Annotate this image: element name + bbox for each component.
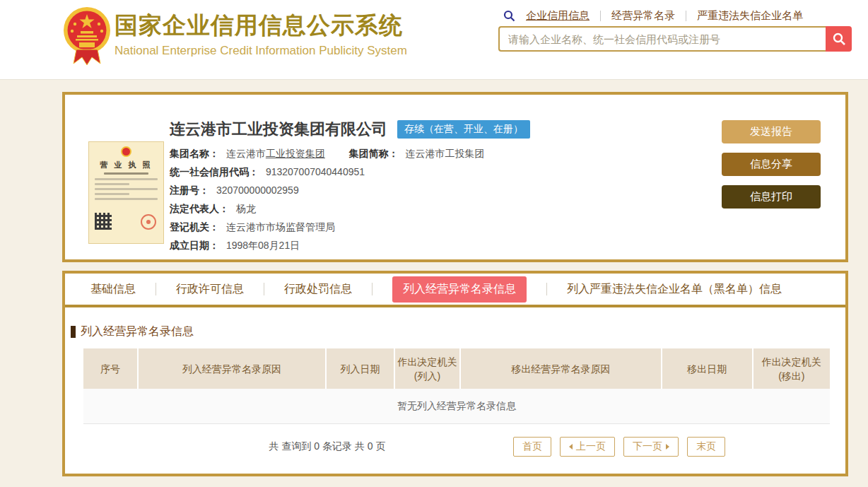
business-license-thumbnail[interactable]: 营 业 执 照 [88, 141, 164, 244]
print-info-button[interactable]: 信息打印 [722, 185, 821, 209]
reg-no-label: 注册号： [170, 184, 209, 196]
col-header-text: 列入经营异常名录原因 [182, 362, 281, 376]
status-badge: 存续（在营、开业、在册） [397, 120, 530, 139]
next-page-button[interactable]: 下一页 [623, 437, 679, 457]
col-header-text: 移出经营异常名录原因 [511, 362, 610, 376]
pagination: 共 查询到 0 条记录 共 0 页 首页 上一页 下一页 末页 [83, 437, 830, 458]
license-decor-line [95, 188, 158, 190]
national-emblem-icon [62, 4, 112, 66]
company-header: 连云港市工业投资集团有限公司 存续（在营、开业、在册） [170, 119, 530, 140]
group-name-label: 集团名称： [170, 148, 219, 159]
col-header-removal-authority: 作出决定机关 (移出) [753, 348, 830, 389]
site-subtitle: National Enterprise Credit Information P… [115, 44, 407, 58]
tab-basic-info[interactable]: 基础信息 [90, 282, 136, 297]
nav-divider [686, 11, 686, 21]
col-header-text: 序号 [100, 362, 120, 376]
table-empty-state: 暂无列入经营异常名录信息 [83, 389, 830, 424]
col-header-text: (列入) [414, 369, 440, 383]
search-box [498, 26, 852, 52]
tab-bar: 基础信息 行政许可信息 行政处罚信息 列入经营异常名录信息 列入严重违法失信企业… [65, 274, 845, 307]
search-button[interactable] [826, 26, 852, 52]
field-row-reg-no: 注册号： 320700000002959 [170, 181, 485, 199]
tab-divider [264, 283, 264, 295]
license-red-seal-icon [141, 214, 156, 230]
license-decor-line [95, 178, 158, 180]
action-buttons: 发送报告 信息分享 信息打印 [722, 120, 821, 218]
tab-divider [372, 283, 373, 295]
license-emblem-icon [121, 146, 131, 157]
license-decor-line [95, 198, 158, 200]
company-info-card: 营 业 执 照 连云港市工业投资集团有限公司 存续（在营、开业、在册） 集团名称… [62, 92, 848, 262]
section-title-row: 列入经营异常名录信息 [71, 324, 845, 339]
site-title: 国家企业信用信息公示系统 [115, 10, 407, 42]
legal-rep-label: 法定代表人： [170, 203, 229, 214]
last-page-label: 末页 [696, 440, 716, 453]
next-page-label: 下一页 [633, 440, 662, 453]
col-header-listing-authority: 作出决定机关 (列入) [395, 348, 459, 389]
first-page-label: 首页 [522, 440, 542, 453]
tab-divider [156, 283, 156, 295]
page: 国家企业信用信息公示系统 National Enterprise Credit … [0, 0, 868, 487]
pagination-summary: 共 查询到 0 条记录 共 0 页 [83, 440, 571, 453]
table-header-row: 序号 列入经营异常名录原因 列入日期 作出决定机关 (列入) 移出经营异常名录原… [83, 348, 830, 389]
col-header-listing-date: 列入日期 [327, 348, 394, 389]
send-report-button[interactable]: 发送报告 [722, 120, 821, 143]
field-row-authority: 登记机关： 连云港市市场监督管理局 [170, 218, 485, 236]
group-name-value: 连云港市工业投资集团 [226, 148, 325, 159]
tab-divider [546, 283, 547, 295]
group-name-prefix: 连云港市 [226, 148, 266, 159]
field-row-est-date: 成立日期： 1998年08月21日 [170, 236, 485, 254]
tab-abnormal-list[interactable]: 列入经营异常名录信息 [392, 276, 527, 303]
tab-admin-license[interactable]: 行政许可信息 [176, 282, 244, 297]
share-info-button[interactable]: 信息分享 [722, 153, 821, 176]
license-decor-line [95, 193, 129, 195]
field-row-legal-rep: 法定代表人： 杨龙 [170, 199, 485, 218]
license-decor-line [104, 172, 148, 175]
search-icon [503, 10, 515, 22]
site-title-block: 国家企业信用信息公示系统 National Enterprise Credit … [115, 10, 407, 58]
license-qr-code [95, 213, 112, 230]
group-name-link[interactable]: 工业投资集团 [266, 148, 325, 159]
col-header-listing-reason: 列入经营异常名录原因 [139, 348, 325, 389]
credit-code-value: 913207007040440951 [266, 166, 365, 177]
next-arrow-icon [666, 444, 669, 450]
nav-divider [600, 11, 601, 21]
section-title: 列入经营异常名录信息 [81, 324, 194, 339]
company-fields: 集团名称： 连云港市工业投资集团 集团简称： 连云港市工投集团 统一社会信用代码… [170, 144, 485, 254]
search-input[interactable] [498, 26, 826, 52]
national-emblem-logo[interactable] [62, 4, 112, 69]
authority-value: 连云港市市场监督管理局 [226, 221, 335, 233]
est-date-label: 成立日期： [170, 240, 219, 251]
search-type-nav: 企业信用信息 经营异常名录 严重违法失信企业名单 [503, 9, 803, 23]
authority-label: 登记机关： [170, 221, 219, 233]
nav-link-enterprise-credit[interactable]: 企业信用信息 [526, 9, 590, 23]
col-header-text: 列入日期 [341, 362, 380, 376]
section-title-bar [71, 326, 76, 338]
license-title: 营 业 执 照 [95, 160, 158, 170]
search-button-icon [832, 32, 846, 46]
prev-page-button[interactable]: 上一页 [560, 437, 615, 457]
nav-link-serious-violation[interactable]: 严重违法失信企业名单 [697, 9, 803, 23]
nav-link-abnormal-list[interactable]: 经营异常名录 [611, 9, 675, 23]
col-header-text: 作出决定机关 [397, 355, 457, 369]
detail-card: 基础信息 行政许可信息 行政处罚信息 列入经营异常名录信息 列入严重违法失信企业… [62, 271, 848, 476]
col-header-text: 作出决定机关 [762, 355, 821, 369]
tab-admin-penalty[interactable]: 行政处罚信息 [284, 282, 352, 297]
top-header: 国家企业信用信息公示系统 National Enterprise Credit … [0, 0, 868, 80]
prev-page-label: 上一页 [576, 440, 606, 453]
col-header-text: 移出日期 [687, 362, 727, 376]
abnormal-list-table: 序号 列入经营异常名录原因 列入日期 作出决定机关 (列入) 移出经营异常名录原… [83, 348, 830, 458]
col-header-removal-date: 移出日期 [662, 348, 752, 389]
last-page-button[interactable]: 末页 [687, 437, 725, 457]
first-page-button[interactable]: 首页 [513, 437, 551, 457]
company-name: 连云港市工业投资集团有限公司 [170, 119, 387, 140]
group-short-value: 连云港市工投集团 [406, 148, 485, 159]
reg-no-value: 320700000002959 [216, 184, 299, 196]
group-short-label: 集团简称： [349, 148, 399, 159]
col-header-text: (移出) [778, 369, 804, 383]
legal-rep-value: 杨龙 [236, 203, 256, 214]
license-bottom-area [95, 206, 158, 230]
tab-blacklist[interactable]: 列入严重违法失信企业名单（黑名单）信息 [567, 282, 782, 297]
col-header-removal-reason: 移出经营异常名录原因 [461, 348, 661, 389]
field-row-credit-code: 统一社会信用代码： 913207007040440951 [170, 163, 485, 181]
